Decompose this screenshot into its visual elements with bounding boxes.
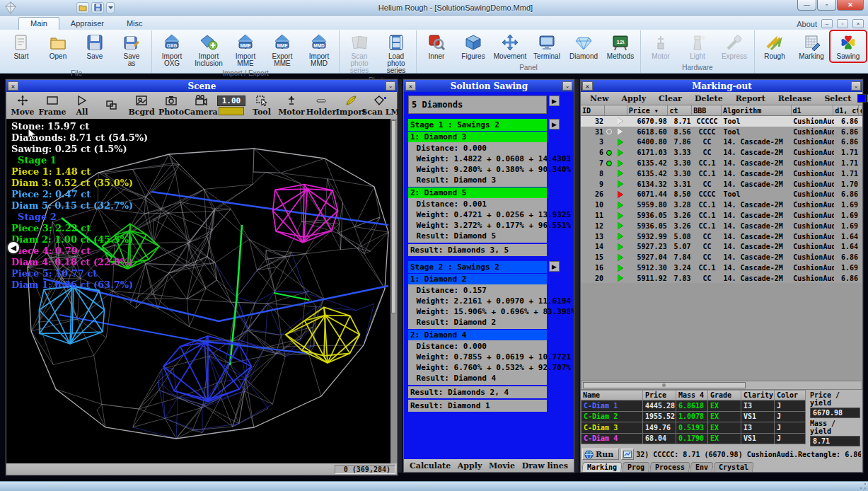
scene-tool-motor-button[interactable]: Motor [277, 95, 306, 117]
mdi-minimize-button[interactable]: – [821, 19, 833, 28]
expand-icon[interactable]: ▶ [549, 119, 560, 129]
bottom-tab-crystal[interactable]: Crystal [714, 462, 755, 472]
clear-button[interactable]: Clear [652, 93, 688, 104]
scene-tool-move-button[interactable]: Move [8, 95, 37, 117]
table-row[interactable]: 36400.807.86CC14. Cascade-2MCushionAud6.… [581, 137, 862, 148]
subtable-column-header[interactable]: Price [643, 390, 676, 400]
column-header[interactable]: d1, ct [833, 105, 859, 115]
subtable-column-header[interactable]: Clarity [741, 390, 775, 400]
minimize-button[interactable]: — [797, 0, 816, 11]
table-row[interactable]: 135932.995.08CC14. Cascade-2MCushionAud1… [581, 231, 862, 242]
movie-button[interactable]: Movie [489, 461, 515, 470]
table-row[interactable]: 105959.803.28CC.114. Cascade-2MCushionAu… [581, 200, 862, 210]
calculate-button[interactable]: Calculate [410, 461, 451, 470]
splitter-solution-marking[interactable] [574, 79, 579, 473]
column-header[interactable]: Price ▾ [627, 105, 669, 115]
scene-tool-frame-button[interactable]: Frame [37, 95, 67, 117]
solution-chevron-icon[interactable]: ⌄ [562, 81, 572, 91]
import-mmd-button[interactable]: MMDImport MMD [301, 31, 337, 69]
scene-tool-holder-button[interactable]: Holder [306, 95, 336, 117]
table-row[interactable]: 96134.323.31CC14. Cascade-2MCushionAud1.… [581, 179, 862, 190]
draw-lines-button[interactable]: Draw lines [522, 461, 568, 470]
tab-main[interactable]: Main [18, 17, 59, 30]
diamond-row[interactable]: C-Diam 21955.521.0078EXVS1J [581, 412, 806, 422]
scene-close-icon[interactable]: ✕ [8, 81, 18, 91]
select-button[interactable]: Select [818, 93, 857, 104]
expand-icon[interactable]: ▶ [549, 96, 560, 106]
table-row[interactable]: 145927.235.07CC14. Cascade-2MCushionAud1… [581, 242, 862, 253]
bottom-tab-env[interactable]: Env [690, 462, 714, 472]
splitter-scene-solution[interactable] [398, 79, 402, 473]
close-button[interactable]: ✕ [837, 0, 864, 11]
qat-dropdown-icon[interactable] [106, 2, 115, 13]
resize-grip[interactable] [860, 483, 867, 490]
figures-button[interactable]: Figures [456, 31, 491, 62]
tool-size-value[interactable]: 1.00 [217, 96, 245, 106]
terminal-button[interactable]: Terminal [529, 31, 565, 62]
scene-tool-photo-button[interactable]: Photo [156, 95, 186, 117]
diamond-button[interactable]: Diamond [566, 31, 601, 62]
import-mme-button[interactable]: MMEImport MME [228, 31, 263, 69]
maximize-button[interactable]: ▫ [817, 0, 836, 11]
column-header[interactable]: ID [581, 105, 605, 115]
delete-button[interactable]: Delete [688, 93, 729, 104]
table-row[interactable]: 205911.927.83CC14. Cascade-2MCushionAud6… [581, 273, 862, 283]
column-header[interactable]: d1 c [859, 105, 862, 115]
scene-chevron-icon[interactable]: ⌄ [386, 81, 395, 91]
bottom-tab-prog[interactable]: Prog [622, 462, 650, 472]
column-header[interactable]: d1 [792, 105, 834, 115]
new-button[interactable]: New [584, 93, 615, 104]
subtable-column-header[interactable]: Grade [708, 390, 741, 400]
tab-misc[interactable]: Misc [115, 18, 154, 30]
color-square[interactable] [857, 94, 866, 103]
import-oxg-button[interactable]: OXGImport OXG [154, 31, 190, 69]
status-report-icon[interactable] [621, 449, 634, 460]
table-row[interactable]: 86135.423.30CC.114. Cascade-2MCushionAud… [581, 168, 862, 179]
table-row[interactable]: 125936.053.26CC.114. Cascade-2MCushionAu… [581, 221, 862, 231]
rough-button[interactable]: Rough [757, 31, 792, 62]
diamond-row[interactable]: C-Diam 468.040.1790EXVS1J [581, 434, 806, 444]
table-header-row[interactable]: IDPrice ▾ctBBBAlgorithmd1d1, ctd1 c [581, 105, 862, 116]
column-header[interactable] [605, 105, 627, 115]
export-mme-button[interactable]: MMEExport MME [265, 31, 300, 69]
bottom-tab-process[interactable]: Process [650, 462, 691, 472]
collapse-panel-button[interactable]: ◀ [6, 241, 21, 255]
table-row[interactable]: 66171.033.33CC14. Cascade-2MCushionAud1.… [581, 147, 862, 158]
scene-tool-cascade-button[interactable] [97, 99, 127, 112]
subtable-column-header[interactable]: Mass 4 [676, 390, 708, 400]
scene-viewport[interactable]: Stone: 15.97 ctDiamonds: 8.71 ct (54.5%)… [6, 119, 397, 463]
horizontal-scrollbar[interactable] [581, 381, 862, 390]
start-button[interactable]: Start [4, 31, 39, 62]
release-button[interactable]: Release [772, 93, 818, 104]
mdi-restore-button[interactable]: ▫ [837, 19, 848, 28]
table-row[interactable]: 266071.448.50CCCCToolCushionAud6.86 [581, 190, 862, 200]
table-row[interactable]: 165912.303.24CC.114. Cascade-2MCushionAu… [581, 262, 862, 273]
inner-button[interactable]: Inner [419, 31, 454, 62]
app-diamond-icon[interactable] [0, 0, 21, 16]
save-as-button[interactable]: Save as [114, 31, 149, 69]
load-photo-series-button[interactable]: Load photo series [378, 31, 414, 76]
column-header[interactable]: ct [668, 105, 692, 115]
tab-appraiser[interactable]: Appraiser [59, 18, 115, 30]
report-button[interactable]: Report [729, 93, 772, 104]
scene-tool-all-button[interactable]: All [67, 95, 97, 117]
scene-tool-camera-button[interactable]: Camera [186, 95, 216, 117]
table-row[interactable]: 316618.608.56CCCCToolCushionAud6.86 [581, 127, 862, 137]
diamond-row[interactable]: C-Diam 3149.760.5193EXI3J [581, 422, 806, 433]
column-header[interactable]: BBB [692, 105, 722, 115]
diamond-row[interactable]: C-Diam 14445.286.8618EXI3J [581, 400, 806, 411]
marking-chevron-icon[interactable]: ⌄ [851, 81, 861, 91]
table-row[interactable]: 76135.423.30CC.114. Cascade-2MCushionAud… [581, 158, 862, 168]
expand-icon[interactable]: ▶ [549, 261, 560, 272]
table-row[interactable]: 326670.988.71CCCCCToolCushionAud6.86 [581, 116, 862, 127]
save-button[interactable]: Save [77, 31, 112, 62]
qat-open-icon[interactable] [76, 2, 89, 13]
scene-tool-tool-button[interactable]: Tool [247, 95, 277, 117]
sawing-button[interactable]: Sawing [831, 31, 866, 62]
subtable-column-header[interactable]: Color [775, 390, 806, 400]
methods-button[interactable]: 12\Methods [603, 31, 638, 62]
mdi-close-button[interactable]: × [852, 19, 864, 28]
scene-vertical-scrollbar[interactable] [390, 119, 397, 463]
column-header[interactable]: Algorithm [722, 105, 791, 115]
scene-tool-scan-lm-button[interactable]: Scan LM [366, 95, 395, 117]
